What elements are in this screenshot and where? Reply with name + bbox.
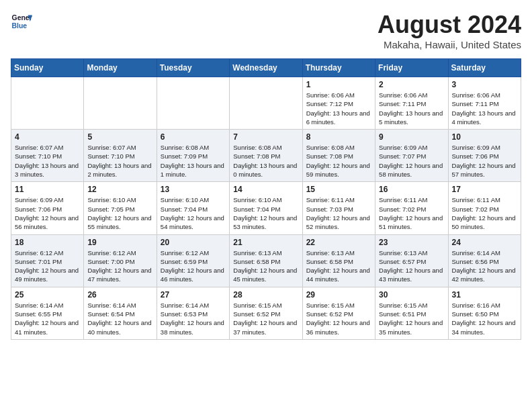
table-row: 7 Sunrise: 6:08 AM Sunset: 7:08 PM Dayli… [230,130,302,182]
sunrise-text: Sunrise: 6:07 AM [15,144,63,151]
page-header: General Blue August 2024 Makaha, Hawaii,… [11,11,521,50]
table-row [157,77,229,130]
day-number: 9 [379,132,444,142]
day-number: 6 [161,132,226,142]
cell-content: Sunrise: 6:11 AM Sunset: 7:03 PM Dayligh… [306,195,371,231]
sunset-text: Sunset: 7:03 PM [306,205,353,213]
calendar-week-1: 1 Sunrise: 6:06 AM Sunset: 7:12 PM Dayli… [11,77,521,130]
sunrise-text: Sunrise: 6:13 AM [379,249,427,257]
daylight-text: Daylight: 13 hours and 0 minutes. [233,162,297,178]
col-saturday: Saturday [448,59,521,77]
day-number: 26 [87,290,152,300]
table-row: 2 Sunrise: 6:06 AM Sunset: 7:11 PM Dayli… [375,77,448,130]
calendar-week-4: 18 Sunrise: 6:12 AM Sunset: 7:01 PM Dayl… [11,234,521,287]
sunset-text: Sunset: 7:02 PM [452,205,499,213]
cell-content: Sunrise: 6:10 AM Sunset: 7:05 PM Dayligh… [87,195,152,231]
sunset-text: Sunset: 6:59 PM [161,258,208,265]
sunset-text: Sunset: 7:05 PM [87,205,134,213]
table-row: 13 Sunrise: 6:10 AM Sunset: 7:04 PM Dayl… [157,182,229,234]
cell-content: Sunrise: 6:16 AM Sunset: 6:50 PM Dayligh… [452,301,517,336]
col-tuesday: Tuesday [157,59,229,77]
day-number: 2 [379,80,444,89]
table-row: 3 Sunrise: 6:06 AM Sunset: 7:11 PM Dayli… [448,77,521,130]
daylight-text: Daylight: 12 hours and 40 minutes. [87,319,151,335]
day-number: 13 [161,185,226,194]
col-sunday: Sunday [11,59,84,77]
daylight-text: Daylight: 13 hours and 6 minutes. [306,109,370,126]
cell-content: Sunrise: 6:14 AM Sunset: 6:53 PM Dayligh… [161,301,226,336]
day-number: 29 [306,290,371,300]
sunset-text: Sunset: 7:12 PM [306,100,353,107]
sunrise-text: Sunrise: 6:12 AM [161,249,209,257]
day-number: 11 [15,185,80,194]
title-block: August 2024 Makaha, Hawaii, United State… [378,11,521,50]
calendar-week-2: 4 Sunrise: 6:07 AM Sunset: 7:10 PM Dayli… [11,130,521,182]
sunrise-text: Sunrise: 6:12 AM [87,249,136,257]
table-row: 19 Sunrise: 6:12 AM Sunset: 7:00 PM Dayl… [84,234,157,287]
sunrise-text: Sunrise: 6:14 AM [15,302,63,309]
table-row: 18 Sunrise: 6:12 AM Sunset: 7:01 PM Dayl… [11,234,84,287]
daylight-text: Daylight: 12 hours and 34 minutes. [452,319,516,335]
sunset-text: Sunset: 7:01 PM [15,258,62,265]
logo-icon: General Blue [11,11,32,32]
table-row: 31 Sunrise: 6:16 AM Sunset: 6:50 PM Dayl… [448,287,521,339]
daylight-text: Daylight: 12 hours and 43 minutes. [379,267,443,283]
sunset-text: Sunset: 7:08 PM [306,152,353,160]
sunrise-text: Sunrise: 6:10 AM [233,196,281,203]
daylight-text: Daylight: 12 hours and 36 minutes. [306,319,370,335]
cell-content: Sunrise: 6:14 AM Sunset: 6:56 PM Dayligh… [452,248,517,284]
cell-content: Sunrise: 6:09 AM Sunset: 7:06 PM Dayligh… [452,143,517,179]
daylight-text: Daylight: 12 hours and 56 minutes. [15,214,79,230]
day-number: 21 [233,238,298,247]
table-row: 29 Sunrise: 6:15 AM Sunset: 6:52 PM Dayl… [302,287,375,339]
cell-content: Sunrise: 6:13 AM Sunset: 6:58 PM Dayligh… [233,248,298,284]
location: Makaha, Hawaii, United States [378,39,521,50]
sunset-text: Sunset: 7:10 PM [15,152,62,160]
cell-content: Sunrise: 6:13 AM Sunset: 6:57 PM Dayligh… [379,248,444,284]
cell-content: Sunrise: 6:08 AM Sunset: 7:08 PM Dayligh… [306,143,371,179]
sunrise-text: Sunrise: 6:06 AM [306,91,355,99]
cell-content: Sunrise: 6:11 AM Sunset: 7:02 PM Dayligh… [452,195,517,231]
cell-content: Sunrise: 6:15 AM Sunset: 6:52 PM Dayligh… [306,301,371,336]
table-row: 30 Sunrise: 6:15 AM Sunset: 6:51 PM Dayl… [375,287,448,339]
sunset-text: Sunset: 6:56 PM [452,258,499,265]
table-row: 14 Sunrise: 6:10 AM Sunset: 7:04 PM Dayl… [230,182,302,234]
sunrise-text: Sunrise: 6:09 AM [379,144,427,151]
table-row: 10 Sunrise: 6:09 AM Sunset: 7:06 PM Dayl… [448,130,521,182]
sunset-text: Sunset: 7:00 PM [87,258,134,265]
day-number: 27 [161,290,226,300]
daylight-text: Daylight: 12 hours and 45 minutes. [233,267,297,283]
daylight-text: Daylight: 12 hours and 38 minutes. [161,319,224,335]
sunset-text: Sunset: 7:06 PM [452,152,499,160]
sunset-text: Sunset: 7:06 PM [15,205,62,213]
daylight-text: Daylight: 12 hours and 57 minutes. [452,162,516,178]
sunset-text: Sunset: 7:08 PM [233,152,280,160]
logo: General Blue [11,11,32,32]
table-row: 26 Sunrise: 6:14 AM Sunset: 6:54 PM Dayl… [84,287,157,339]
calendar-table: Sunday Monday Tuesday Wednesday Thursday… [11,58,521,340]
day-number: 30 [379,290,444,300]
col-thursday: Thursday [302,59,375,77]
calendar-header-row: Sunday Monday Tuesday Wednesday Thursday… [11,59,521,77]
day-number: 7 [233,132,298,142]
table-row: 21 Sunrise: 6:13 AM Sunset: 6:58 PM Dayl… [230,234,302,287]
month-title: August 2024 [378,11,521,39]
table-row [11,77,84,130]
daylight-text: Daylight: 12 hours and 58 minutes. [379,162,443,178]
daylight-text: Daylight: 13 hours and 1 minute. [161,162,224,178]
table-row: 8 Sunrise: 6:08 AM Sunset: 7:08 PM Dayli… [302,130,375,182]
day-number: 24 [452,238,517,247]
table-row [84,77,157,130]
sunrise-text: Sunrise: 6:09 AM [452,144,500,151]
cell-content: Sunrise: 6:07 AM Sunset: 7:10 PM Dayligh… [15,143,80,179]
day-number: 1 [306,80,371,89]
sunset-text: Sunset: 7:04 PM [233,205,280,213]
day-number: 17 [452,185,517,194]
day-number: 25 [15,290,80,300]
daylight-text: Daylight: 13 hours and 3 minutes. [15,162,79,178]
cell-content: Sunrise: 6:07 AM Sunset: 7:10 PM Dayligh… [87,143,152,179]
table-row: 6 Sunrise: 6:08 AM Sunset: 7:09 PM Dayli… [157,130,229,182]
cell-content: Sunrise: 6:12 AM Sunset: 6:59 PM Dayligh… [161,248,226,284]
cell-content: Sunrise: 6:06 AM Sunset: 7:11 PM Dayligh… [379,91,444,126]
sunset-text: Sunset: 7:11 PM [452,100,499,107]
